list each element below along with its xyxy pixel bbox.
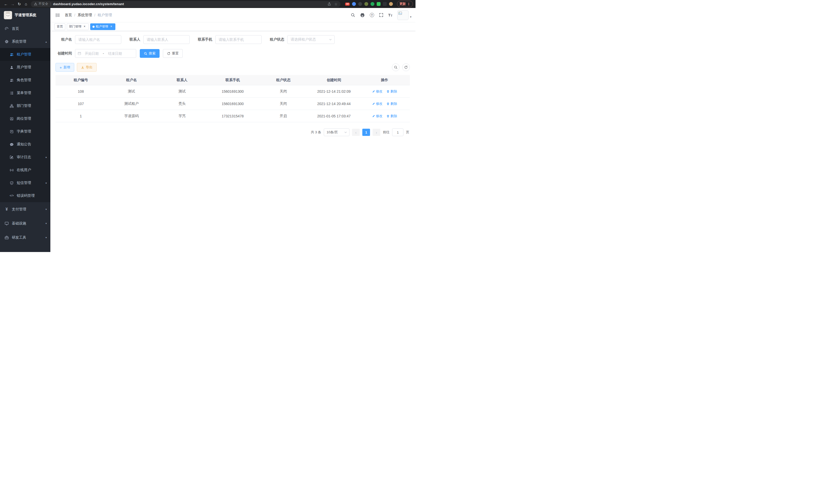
toggle-search-button[interactable]: [392, 63, 400, 71]
kebab-menu-icon[interactable]: ⋮: [407, 2, 411, 6]
tags-view: 首页 部门管理 × 租户管理 ×: [50, 22, 416, 31]
help-icon[interactable]: ?: [370, 13, 374, 17]
sidebar-item-pay-management[interactable]: ¥ 支付管理 ▾: [0, 202, 50, 216]
address-bar[interactable]: 不安全 dashboard.yudao.iocoder.cn/system/te…: [31, 1, 341, 7]
sidebar-item-system-management[interactable]: 系统管理 ▴: [0, 35, 50, 48]
edit-link[interactable]: 修改: [372, 89, 382, 94]
bookmark-star-icon[interactable]: ☆: [334, 2, 338, 6]
forward-icon[interactable]: →: [9, 1, 16, 7]
shield-icon: [9, 181, 14, 185]
tenant-id: 107: [56, 102, 106, 106]
sidebar-item-menu-management[interactable]: 菜单管理: [0, 87, 50, 99]
warning-icon: [34, 2, 37, 6]
delete-link[interactable]: 删除: [386, 89, 397, 94]
sidebar-item-tenant-management[interactable]: 租户管理: [0, 48, 50, 61]
users-icon: [9, 78, 14, 83]
page-number-button[interactable]: 1: [362, 129, 370, 136]
sidebar-collapse-icon[interactable]: [55, 12, 61, 19]
extension-icon[interactable]: [364, 2, 368, 6]
sidebar-item-label: 支付管理: [12, 207, 26, 212]
book-icon: [9, 129, 14, 134]
sidebar-item-label: 错误码管理: [17, 194, 35, 198]
url-text[interactable]: dashboard.yudao.iocoder.cn/system/tenant: [53, 2, 124, 6]
github-icon[interactable]: [360, 12, 365, 18]
status-select[interactable]: 请选择租户状态: [287, 35, 335, 44]
sidebar-item-infrastructure[interactable]: 基础设施 ▾: [0, 216, 50, 230]
rabbit-logo-icon: [4, 11, 12, 19]
extension-icon[interactable]: [377, 2, 380, 6]
date-range-picker[interactable]: -: [75, 49, 136, 58]
export-button[interactable]: 导出: [77, 63, 96, 72]
sidebar-item-sms-management[interactable]: 短信管理 ▾: [0, 176, 50, 189]
close-icon[interactable]: ×: [110, 25, 113, 29]
extensions-tray: 10: [345, 2, 393, 6]
breadcrumb-separator: /: [94, 13, 95, 17]
tenant-name-input[interactable]: [75, 35, 121, 44]
sidebar-item-notice[interactable]: 通知公告: [0, 138, 50, 151]
breadcrumb-home[interactable]: 首页: [65, 13, 72, 18]
sidebar-item-online-users[interactable]: 在线用户: [0, 164, 50, 176]
security-chip[interactable]: 不安全: [34, 2, 48, 6]
tag-home[interactable]: 首页: [55, 23, 65, 30]
app-logo[interactable]: 芋道管理系统: [0, 8, 50, 22]
tenant-id: 1: [56, 114, 106, 118]
page-size-select[interactable]: 10条/页: [324, 128, 349, 136]
sidebar-item-dept-management[interactable]: 部门管理: [0, 99, 50, 112]
start-date-input[interactable]: [82, 52, 101, 56]
edit-link[interactable]: 修改: [372, 101, 382, 106]
extension-badge[interactable]: 10: [345, 3, 349, 6]
extension-icon[interactable]: [383, 2, 387, 6]
search-icon[interactable]: [351, 13, 355, 17]
phone-input[interactable]: [215, 35, 262, 44]
extension-icon[interactable]: [352, 2, 356, 6]
delete-link[interactable]: 删除: [386, 114, 397, 118]
tag-tenant-management[interactable]: 租户管理 ×: [90, 23, 115, 30]
fullscreen-icon[interactable]: [379, 13, 383, 17]
font-size-icon[interactable]: TT: [388, 13, 392, 17]
sidebar-item-dev-tools[interactable]: 研发工具 ▾: [0, 230, 50, 244]
chevron-down-icon: ▾: [46, 208, 47, 211]
reset-button[interactable]: 重置: [163, 49, 183, 58]
share-icon[interactable]: [327, 2, 331, 6]
sidebar-item-error-code-management[interactable]: </> 错误码管理: [0, 189, 50, 202]
sidebar-item-label: 角色管理: [17, 78, 31, 83]
broken-image-icon: [398, 11, 402, 15]
delete-link[interactable]: 删除: [386, 101, 397, 106]
prev-page-button[interactable]: ‹: [352, 129, 360, 136]
sidebar-item-role-management[interactable]: 角色管理: [0, 74, 50, 87]
contact-input[interactable]: [143, 35, 190, 44]
table-row: 108 测试 测试 15601691300 关闭 2021-12-14 21:0…: [56, 85, 410, 98]
search-button[interactable]: 搜索: [140, 49, 160, 58]
sidebar-item-user-management[interactable]: 用户管理: [0, 61, 50, 74]
broadcast-icon: [9, 168, 14, 172]
add-button[interactable]: + 新增: [56, 63, 74, 72]
sidebar-item-home[interactable]: 首页: [0, 22, 50, 35]
chevron-down-icon: ▾: [46, 236, 47, 239]
browser-update-button[interactable]: 更新 ⋮: [397, 1, 413, 7]
home-icon[interactable]: ⌂: [23, 1, 29, 7]
sidebar-item-post-management[interactable]: 岗位管理: [0, 112, 50, 125]
goto-page-input[interactable]: [392, 128, 403, 136]
back-icon[interactable]: ←: [3, 1, 9, 7]
profile-avatar-icon[interactable]: [389, 2, 393, 6]
close-icon[interactable]: ×: [83, 25, 86, 29]
search-icon: [144, 52, 147, 55]
tenant-phone: 15601691300: [207, 102, 258, 106]
extension-icon[interactable]: [371, 2, 374, 6]
reload-icon[interactable]: ↻: [16, 1, 23, 7]
tenant-name: 芋道源码: [106, 114, 157, 118]
breadcrumb-system[interactable]: 系统管理: [78, 13, 92, 18]
edit-link[interactable]: 修改: [372, 114, 382, 118]
next-page-button[interactable]: ›: [373, 129, 380, 136]
table-header: 租户编号 租户名 联系人 联系手机 租户状态 创建时间 操作: [56, 75, 410, 85]
end-date-input[interactable]: [106, 52, 125, 56]
avatar[interactable]: [397, 10, 408, 20]
sidebar-item-dict-management[interactable]: 字典管理: [0, 125, 50, 138]
chevron-down-icon: ▾: [46, 156, 47, 159]
extension-icon[interactable]: [358, 2, 362, 6]
refresh-table-button[interactable]: [402, 63, 410, 71]
user-avatar-menu[interactable]: ▾: [397, 10, 411, 20]
tag-label: 部门管理: [69, 24, 82, 29]
tag-dept-management[interactable]: 部门管理 ×: [67, 23, 89, 30]
sidebar-item-audit-log[interactable]: 审计日志 ▾: [0, 151, 50, 164]
